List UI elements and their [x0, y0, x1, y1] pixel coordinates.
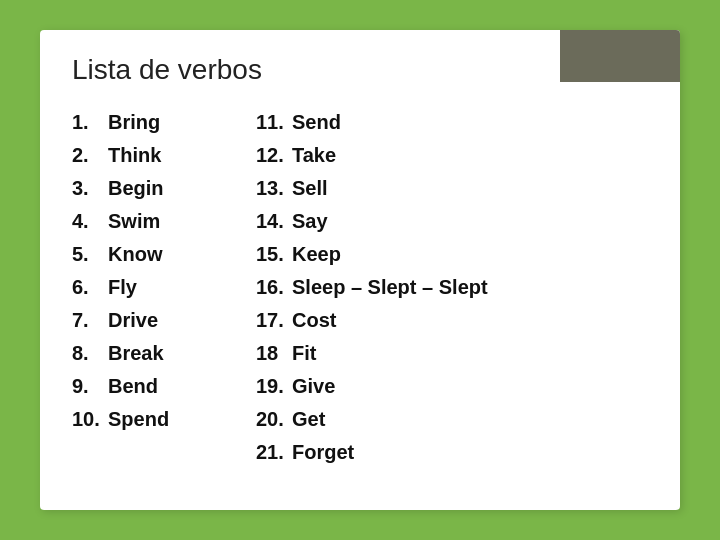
list-item: 5.Know [72, 238, 232, 271]
item-number: 5. [72, 238, 108, 271]
item-word: Drive [108, 309, 158, 331]
list-item: 11.Send [256, 106, 648, 139]
item-word: Know [108, 243, 162, 265]
item-number: 7. [72, 304, 108, 337]
list-item: 17.Cost [256, 304, 648, 337]
item-number: 3. [72, 172, 108, 205]
item-word: Take [292, 144, 336, 166]
item-number: 6. [72, 271, 108, 304]
item-number: 16. [256, 271, 292, 304]
item-number: 11. [256, 106, 292, 139]
item-number: 12. [256, 139, 292, 172]
list-item: 18Fit [256, 337, 648, 370]
item-word: Send [292, 111, 341, 133]
page-title: Lista de verbos [72, 54, 648, 86]
list-item: 2.Think [72, 139, 232, 172]
list-item: 19.Give [256, 370, 648, 403]
item-word: Sleep – Slept – Slept [292, 276, 488, 298]
item-number: 13. [256, 172, 292, 205]
list-item: 13.Sell [256, 172, 648, 205]
item-word: Fit [292, 342, 316, 364]
item-word: Bend [108, 375, 158, 397]
item-number: 8. [72, 337, 108, 370]
item-word: Bring [108, 111, 160, 133]
item-word: Break [108, 342, 164, 364]
item-number: 18 [256, 337, 292, 370]
card: Lista de verbos 1.Bring2.Think3.Begin4.S… [40, 30, 680, 510]
right-list: 11.Send12.Take13.Sell14.Say15.Keep16.Sle… [256, 106, 648, 469]
list-item: 16.Sleep – Slept – Slept [256, 271, 648, 304]
item-number: 10. [72, 403, 108, 436]
list-item: 4.Swim [72, 205, 232, 238]
list-item: 14.Say [256, 205, 648, 238]
item-word: Begin [108, 177, 164, 199]
item-number: 17. [256, 304, 292, 337]
list-item: 3.Begin [72, 172, 232, 205]
item-word: Swim [108, 210, 160, 232]
list-item: 1.Bring [72, 106, 232, 139]
item-word: Keep [292, 243, 341, 265]
item-word: Get [292, 408, 325, 430]
item-number: 1. [72, 106, 108, 139]
outer-wrapper: Lista de verbos 1.Bring2.Think3.Begin4.S… [20, 15, 700, 525]
item-word: Think [108, 144, 161, 166]
item-number: 14. [256, 205, 292, 238]
list-item: 20.Get [256, 403, 648, 436]
list-item: 10.Spend [72, 403, 232, 436]
item-word: Cost [292, 309, 336, 331]
item-word: Say [292, 210, 328, 232]
list-item: 15.Keep [256, 238, 648, 271]
list-item: 21.Forget [256, 436, 648, 469]
list-item: 7.Drive [72, 304, 232, 337]
item-word: Give [292, 375, 335, 397]
item-number: 4. [72, 205, 108, 238]
item-word: Spend [108, 408, 169, 430]
list-item: 6.Fly [72, 271, 232, 304]
list-item: 8.Break [72, 337, 232, 370]
item-number: 21. [256, 436, 292, 469]
list-item: 9.Bend [72, 370, 232, 403]
item-number: 9. [72, 370, 108, 403]
item-word: Sell [292, 177, 328, 199]
item-number: 20. [256, 403, 292, 436]
content-area: 1.Bring2.Think3.Begin4.Swim5.Know6.Fly7.… [72, 106, 648, 469]
left-list: 1.Bring2.Think3.Begin4.Swim5.Know6.Fly7.… [72, 106, 232, 469]
item-word: Fly [108, 276, 137, 298]
item-number: 2. [72, 139, 108, 172]
item-word: Forget [292, 441, 354, 463]
item-number: 19. [256, 370, 292, 403]
list-item: 12.Take [256, 139, 648, 172]
item-number: 15. [256, 238, 292, 271]
